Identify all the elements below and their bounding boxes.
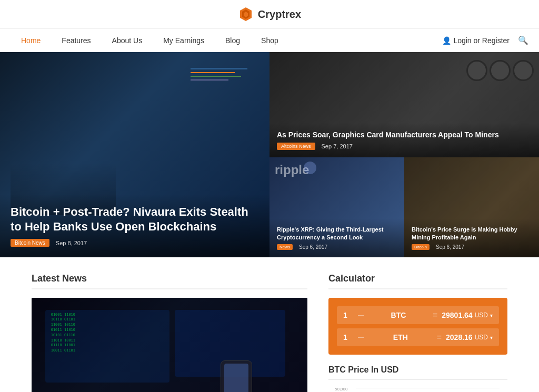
calc-btc-dropdown[interactable]: ▾ bbox=[490, 313, 493, 318]
hero-ripple-article[interactable]: ripple Ripple's XRP: Giving the Third-La… bbox=[270, 157, 404, 257]
logo[interactable]: Cryptrex bbox=[238, 6, 301, 22]
mining-tag: Bitcoin bbox=[412, 244, 430, 250]
calc-eth-sep: — bbox=[358, 334, 364, 341]
hero-top-right-date: Sep 7, 2017 bbox=[322, 143, 353, 149]
hero-top-right-title: As Prices Soar, Graphics Card Manufactur… bbox=[277, 130, 532, 139]
ripple-overlay: Ripple's XRP: Giving the Third-Largest C… bbox=[270, 218, 404, 257]
nav-link-shop[interactable]: Shop bbox=[251, 30, 289, 51]
nav-link-earnings[interactable]: My Earnings bbox=[153, 30, 215, 51]
nav-item-home[interactable]: Home bbox=[11, 30, 51, 51]
calc-eth-equals: = bbox=[437, 333, 442, 342]
matrix-overlay: 01001 1101010110 0110111001 1011001011 1… bbox=[51, 313, 162, 379]
calc-btc-equals: = bbox=[433, 310, 437, 320]
hero-bottom-right: ripple Ripple's XRP: Giving the Third-La… bbox=[270, 157, 539, 257]
nav-link-blog[interactable]: Blog bbox=[215, 30, 251, 51]
ripple-tag: News bbox=[277, 244, 293, 250]
login-link[interactable]: 👤 Login or Register bbox=[442, 36, 510, 45]
logo-icon bbox=[238, 6, 254, 22]
calculator-box: 1 — BTC = 29801.64 USD ▾ 1 — ETH = 2028.… bbox=[328, 298, 507, 355]
site-name: Cryptrex bbox=[258, 8, 301, 21]
search-icon[interactable]: 🔍 bbox=[518, 35, 528, 45]
calc-btc-amount[interactable]: 1 bbox=[343, 311, 354, 319]
calc-btc-sep: — bbox=[358, 311, 364, 319]
calc-btc-row[interactable]: 1 — BTC = 29801.64 USD ▾ bbox=[337, 306, 499, 324]
xrp-logo bbox=[304, 162, 316, 174]
calc-eth-value: 2028.16 bbox=[446, 333, 473, 341]
latest-news-image: 01001 1101010110 0110111001 1011001011 1… bbox=[32, 298, 307, 392]
nav-item-about[interactable]: About Us bbox=[102, 30, 153, 51]
below-hero: Latest News 01001 1101010110 0110111001 … bbox=[0, 257, 539, 392]
ripple-date: Sep 6, 2017 bbox=[299, 244, 327, 250]
calc-eth-row[interactable]: 1 — ETH = 2028.16 USD ▾ bbox=[337, 328, 499, 346]
calc-eth-dropdown[interactable]: ▾ bbox=[490, 335, 493, 340]
calc-eth-label: ETH bbox=[368, 333, 433, 341]
btc-chart-title: BTC Price In USD bbox=[328, 365, 507, 380]
hero-main-meta: Bitcoin News Sep 8, 2017 bbox=[11, 239, 259, 247]
hero-top-right-tag: Altcoins News bbox=[277, 143, 315, 150]
phone-decoration bbox=[221, 360, 252, 393]
btc-chart-svg: 50,000 40,000 30,000 20,000 bbox=[328, 384, 507, 392]
btc-chart: 50,000 40,000 30,000 20,000 bbox=[328, 384, 507, 392]
mining-date: Sep 6, 2017 bbox=[436, 244, 464, 250]
latest-news-title: Latest News bbox=[32, 273, 307, 289]
nav-list: Home Features About Us My Earnings Blog … bbox=[11, 30, 442, 51]
mining-title: Bitcoin's Price Surge is Making Hobby Mi… bbox=[412, 226, 532, 241]
mining-overlay: Bitcoin's Price Surge is Making Hobby Mi… bbox=[404, 218, 539, 257]
hero-main-overlay: Bitcoin + Post-Trade? Nivaura Exits Stea… bbox=[0, 194, 270, 257]
calc-btc-label: BTC bbox=[368, 311, 428, 319]
hero-top-right[interactable]: As Prices Soar, Graphics Card Manufactur… bbox=[270, 52, 539, 157]
site-header: Cryptrex bbox=[0, 0, 539, 29]
hero-main-article[interactable]: Bitcoin + Post-Trade? Nivaura Exits Stea… bbox=[0, 52, 270, 257]
right-column: Calculator 1 — BTC = 29801.64 USD ▾ 1 — … bbox=[328, 273, 507, 392]
nav-link-about[interactable]: About Us bbox=[102, 30, 153, 51]
nav-link-home[interactable]: Home bbox=[11, 30, 51, 51]
nav-item-blog[interactable]: Blog bbox=[215, 30, 251, 51]
calculator-title: Calculator bbox=[328, 273, 507, 289]
hero-main-tag: Bitcoin News bbox=[11, 239, 49, 247]
calc-eth-amount[interactable]: 1 bbox=[343, 333, 354, 341]
hero-top-right-meta: Altcoins News Sep 7, 2017 bbox=[277, 143, 532, 150]
hero-main-date: Sep 8, 2017 bbox=[56, 240, 87, 246]
nav-item-earnings[interactable]: My Earnings bbox=[153, 30, 215, 51]
ripple-title: Ripple's XRP: Giving the Third-Largest C… bbox=[277, 226, 397, 241]
nav-item-shop[interactable]: Shop bbox=[251, 30, 289, 51]
svg-text:50,000: 50,000 bbox=[335, 387, 348, 391]
main-nav: Home Features About Us My Earnings Blog … bbox=[0, 29, 539, 52]
chart-decoration bbox=[191, 68, 254, 110]
ripple-meta: News Sep 6, 2017 bbox=[277, 244, 397, 250]
nav-item-features[interactable]: Features bbox=[51, 30, 101, 51]
hero-main-title: Bitcoin + Post-Trade? Nivaura Exits Stea… bbox=[11, 205, 259, 235]
calc-btc-currency: USD bbox=[475, 311, 488, 319]
nav-link-features[interactable]: Features bbox=[51, 30, 101, 51]
hero-top-right-overlay: As Prices Soar, Graphics Card Manufactur… bbox=[270, 123, 539, 157]
mining-meta: Bitcoin Sep 6, 2017 bbox=[412, 244, 532, 250]
nav-right: 👤 Login or Register 🔍 bbox=[442, 35, 528, 45]
hero-grid: Bitcoin + Post-Trade? Nivaura Exits Stea… bbox=[0, 52, 539, 257]
calc-eth-currency: USD bbox=[475, 334, 488, 341]
calc-btc-value: 29801.64 bbox=[442, 311, 472, 319]
hero-mining-article[interactable]: Bitcoin's Price Surge is Making Hobby Mi… bbox=[404, 157, 539, 257]
user-icon: 👤 bbox=[442, 36, 451, 45]
latest-news-section: Latest News 01001 1101010110 0110111001 … bbox=[32, 273, 307, 392]
